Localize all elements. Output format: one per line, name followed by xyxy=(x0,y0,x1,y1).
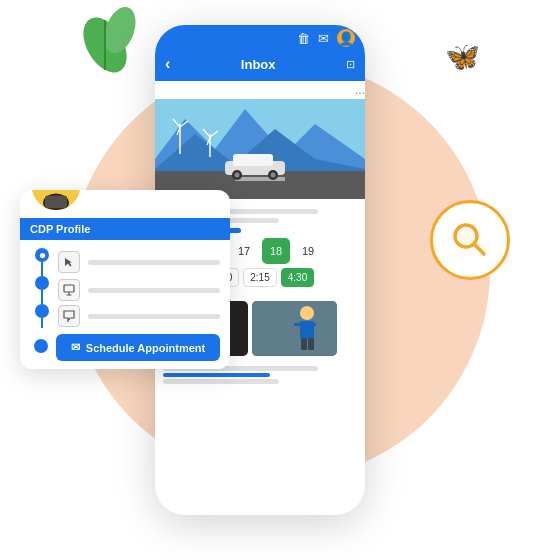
svg-rect-43 xyxy=(45,195,67,208)
tl-bar-1 xyxy=(88,260,220,265)
dots-menu[interactable]: ... xyxy=(155,81,365,99)
time-430[interactable]: 4:30 xyxy=(281,268,314,287)
chat-icon-box xyxy=(58,305,80,327)
monitor-svg xyxy=(63,284,75,296)
cal-cell-17[interactable]: 17 xyxy=(230,238,258,264)
tl-dot-4 xyxy=(34,339,48,353)
svg-rect-10 xyxy=(235,177,285,181)
svg-rect-32 xyxy=(308,323,316,326)
cdp-profile-card: CDP Profile xyxy=(20,190,230,369)
schedule-mail-icon: ✉ xyxy=(71,341,80,354)
tl-bar-2 xyxy=(88,288,220,293)
cal-cell-19[interactable]: 19 xyxy=(294,238,322,264)
avatar-svg xyxy=(32,190,80,210)
tl-dot-1 xyxy=(35,248,49,262)
cdp-profile-label: CDP Profile xyxy=(30,223,90,235)
avatar xyxy=(30,190,82,212)
svg-point-5 xyxy=(459,229,473,243)
svg-rect-33 xyxy=(301,338,307,350)
svg-rect-34 xyxy=(308,338,314,350)
cdp-header: CDP Profile xyxy=(20,218,230,240)
timeline-item-1 xyxy=(30,248,220,276)
svg-rect-20 xyxy=(233,154,273,166)
schedule-appointment-button[interactable]: ✉ Schedule Appointment xyxy=(56,334,220,361)
mechanic-image xyxy=(252,301,337,356)
bottom-line-blue xyxy=(163,373,270,377)
tl-connector-1 xyxy=(41,262,43,276)
cal-cell-18[interactable]: 18 xyxy=(262,238,290,264)
tl-dot-wrap-1 xyxy=(34,248,50,276)
tl-connector-2 xyxy=(41,290,43,304)
tl-dot-2 xyxy=(35,276,49,290)
tl-connector-3 xyxy=(41,318,43,328)
bottom-line-2 xyxy=(163,379,279,384)
cursor-icon xyxy=(39,252,46,259)
cursor-icon-box xyxy=(58,251,80,273)
hero-svg xyxy=(155,99,365,199)
tl-dot-wrap-3 xyxy=(34,304,50,328)
timeline-item-2 xyxy=(30,276,220,304)
tl-bar-3 xyxy=(88,314,220,319)
trash-icon[interactable]: 🗑 xyxy=(297,31,310,46)
leaf-decoration xyxy=(70,0,150,84)
cursor-svg xyxy=(63,256,75,268)
svg-line-4 xyxy=(474,244,484,254)
butterfly-decoration: 🦋 xyxy=(445,40,480,73)
svg-point-24 xyxy=(271,173,276,178)
tl-dot-wrap-4 xyxy=(34,339,48,353)
schedule-row: ✉ Schedule Appointment xyxy=(30,330,220,361)
user-icon[interactable]: 👤 xyxy=(337,29,355,47)
tl-dot-wrap-2 xyxy=(34,276,50,304)
svg-rect-31 xyxy=(294,323,302,326)
schedule-btn-label: Schedule Appointment xyxy=(86,342,205,354)
chat-svg xyxy=(63,310,75,322)
svg-rect-45 xyxy=(64,285,74,292)
svg-point-44 xyxy=(39,252,44,257)
search-circle-decoration xyxy=(430,200,510,280)
timeline-item-3 xyxy=(30,304,220,328)
phone-header: ‹ Inbox ⊡ xyxy=(155,47,365,81)
svg-rect-28 xyxy=(252,301,337,356)
timeline: ✉ Schedule Appointment xyxy=(30,248,220,361)
mail-icon[interactable]: ✉ xyxy=(318,31,329,46)
svg-point-29 xyxy=(300,306,314,320)
tl-dot-3 xyxy=(35,304,49,318)
time-215[interactable]: 2:15 xyxy=(243,268,276,287)
monitor-icon-box xyxy=(58,279,80,301)
hero-image xyxy=(155,99,365,199)
inbox-title: Inbox xyxy=(170,57,346,72)
svg-point-23 xyxy=(235,173,240,178)
search-icon xyxy=(448,218,492,262)
edit-icon[interactable]: ⊡ xyxy=(346,58,355,71)
mechanic-svg xyxy=(252,301,337,356)
cdp-body: ✉ Schedule Appointment xyxy=(20,240,230,369)
